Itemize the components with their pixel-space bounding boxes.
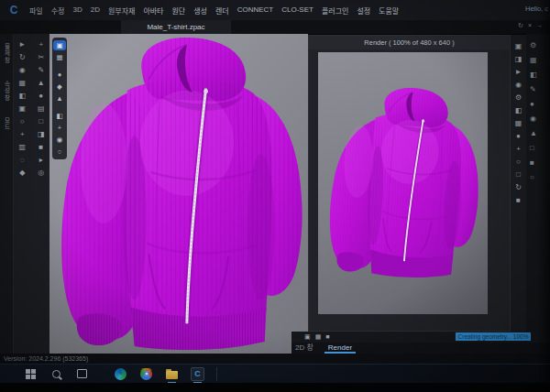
windows-taskbar: C: [0, 364, 550, 383]
menu-item[interactable]: 설정: [357, 5, 370, 16]
rotate-tool-icon[interactable]: ↻: [14, 53, 31, 62]
photo-border: [0, 383, 550, 392]
trace-tool-icon[interactable]: ◌: [14, 156, 31, 165]
grid-tool-icon[interactable]: ▤: [33, 104, 50, 114]
chrome-browser-icon[interactable]: [139, 367, 153, 381]
render-toolbar: ▣◨►◉⚙◧▦●+○□↻■: [511, 35, 526, 332]
menu-item[interactable]: CONNECT: [237, 5, 274, 16]
view-mesh-icon[interactable]: ▦: [52, 52, 67, 62]
menu-item[interactable]: 파일: [29, 5, 43, 16]
split-windows-icon[interactable]: ▦: [315, 332, 322, 342]
garment-hoodie-render: [319, 54, 488, 311]
zoom-in-icon[interactable]: +: [516, 145, 521, 154]
camera-tool-icon[interactable]: ▣: [14, 104, 31, 114]
close-icon[interactable]: ×: [528, 22, 532, 29]
menu-item[interactable]: CLO-SET: [281, 5, 314, 16]
menu-item[interactable]: 원부자재: [108, 5, 135, 16]
arrow-icon[interactable]: →: [536, 22, 543, 29]
edge-browser-icon[interactable]: [114, 367, 127, 381]
menu-item[interactable]: 도움말: [379, 5, 399, 16]
quality-icon[interactable]: ●: [516, 132, 521, 141]
sync-icon[interactable]: ↻: [515, 183, 522, 192]
tack-tool-icon[interactable]: +: [14, 130, 31, 139]
clo-logo-icon[interactable]: C: [7, 4, 20, 16]
fit-view-icon[interactable]: □: [516, 170, 521, 180]
flatten-tool-icon[interactable]: □: [33, 117, 50, 126]
menu-item[interactable]: 렌더: [215, 5, 229, 16]
tab-render[interactable]: Render: [324, 343, 356, 354]
stop-icon[interactable]: ■: [325, 332, 329, 342]
render-window: Render ( 100% of 480 x 640 ): [308, 35, 511, 332]
background-icon[interactable]: ▦: [515, 119, 522, 128]
show-avatar-icon[interactable]: ▲: [52, 93, 67, 103]
avatar-tool-icon[interactable]: ●: [33, 92, 50, 101]
show-fabric-icon[interactable]: ◧: [52, 111, 67, 121]
layout-panel-icon[interactable]: □: [530, 144, 534, 153]
show-garment-icon[interactable]: ●: [52, 70, 67, 80]
notch-tool-icon[interactable]: ▸: [33, 156, 50, 165]
show-mannequin-icon[interactable]: ◉: [52, 135, 67, 145]
render-settings-icon[interactable]: ⚙: [515, 93, 522, 103]
clo-app-icon[interactable]: C: [191, 367, 204, 381]
measure-tool-icon[interactable]: ▲: [33, 79, 50, 88]
dock-tab-label[interactable]: 물체창: [2, 43, 11, 64]
pin-tool-icon[interactable]: ◉: [14, 66, 31, 75]
show-pins-icon[interactable]: +: [52, 123, 67, 133]
right-toolbar: ⚙▦◧✎●◉▲□■○: [526, 34, 550, 354]
color-panel-icon[interactable]: ◧: [530, 71, 537, 80]
show-grid-icon[interactable]: ○: [52, 147, 67, 157]
solid-panel-icon[interactable]: ■: [530, 158, 534, 168]
light-settings-icon[interactable]: ◧: [515, 106, 522, 115]
edit-panel-icon[interactable]: ✎: [530, 85, 536, 94]
misc-panel-icon[interactable]: ○: [530, 173, 534, 182]
pattern-tool-icon[interactable]: ▦: [14, 79, 31, 88]
layer-tool-icon[interactable]: ◎: [33, 169, 50, 178]
main-menu: 파일수정3D2D원부자재아바타원단생성렌더CONNECTCLO-SET플러그인설…: [29, 5, 399, 16]
menu-item[interactable]: 원단: [171, 5, 185, 16]
tab-2d-window[interactable]: 2D 창: [292, 343, 317, 354]
task-view-icon[interactable]: [75, 367, 89, 381]
texture-tool-icon[interactable]: ◧: [14, 92, 31, 101]
3d-viewport[interactable]: ▣▦●◆▲◧+◉○: [50, 34, 308, 354]
scissors-icon[interactable]: ✂: [33, 53, 50, 62]
status-bar: Version: 2024.2.296 (532365): [0, 354, 550, 364]
render-progress-bar: Creating geometry... 100%: [456, 332, 531, 341]
dock-tab-label[interactable]: 속성창: [2, 81, 11, 102]
property-panel-icon[interactable]: ⚙: [530, 41, 536, 50]
simulate-icon[interactable]: ►: [14, 40, 31, 49]
object-panel-icon[interactable]: ●: [530, 100, 534, 109]
pen-tool-icon[interactable]: ✎: [33, 66, 50, 75]
start-button-icon[interactable]: [24, 367, 38, 381]
solidify-tool-icon[interactable]: ■: [33, 143, 50, 152]
render-camera-icon[interactable]: ▣: [515, 42, 522, 51]
document-tab[interactable]: Male_T-shirt.zpac: [121, 20, 231, 34]
show-seams-icon[interactable]: ◆: [52, 82, 67, 92]
avatar-panel-icon[interactable]: ▲: [530, 129, 537, 138]
fabric-panel-icon[interactable]: ▦: [530, 56, 537, 65]
refresh-icon[interactable]: ↻: [518, 22, 523, 29]
select-tool-icon[interactable]: +: [33, 40, 50, 49]
align-windows-icon[interactable]: ▣: [304, 332, 311, 342]
render-start-icon[interactable]: ►: [515, 68, 522, 77]
account-greeting[interactable]: Hello, c: [525, 5, 548, 13]
menu-item[interactable]: 생성: [193, 5, 207, 16]
schedule-render-icon[interactable]: ◉: [515, 81, 522, 90]
steam-tool-icon[interactable]: ▥: [14, 143, 31, 152]
zoom-out-icon[interactable]: ○: [516, 158, 521, 167]
zoom-tool-icon[interactable]: ○: [14, 117, 31, 126]
menu-item[interactable]: 아바타: [143, 5, 163, 16]
menu-item[interactable]: 2D: [91, 5, 100, 16]
search-icon[interactable]: [50, 367, 63, 381]
view-garment-icon[interactable]: ▣: [53, 40, 66, 50]
file-explorer-icon[interactable]: [165, 367, 179, 381]
target-panel-icon[interactable]: ◉: [530, 114, 536, 124]
fold-tool-icon[interactable]: ◨: [33, 130, 50, 139]
dart-tool-icon[interactable]: ◆: [14, 169, 31, 178]
menu-item[interactable]: 3D: [72, 5, 82, 16]
menu-item[interactable]: 플러그인: [322, 5, 348, 16]
stop-render-icon[interactable]: ■: [516, 196, 521, 205]
menu-item[interactable]: 수정: [51, 5, 65, 16]
dock-tab-label[interactable]: 모드: [2, 117, 11, 131]
tab-actions: ↻×→: [518, 22, 543, 29]
save-image-icon[interactable]: ◨: [515, 55, 522, 64]
